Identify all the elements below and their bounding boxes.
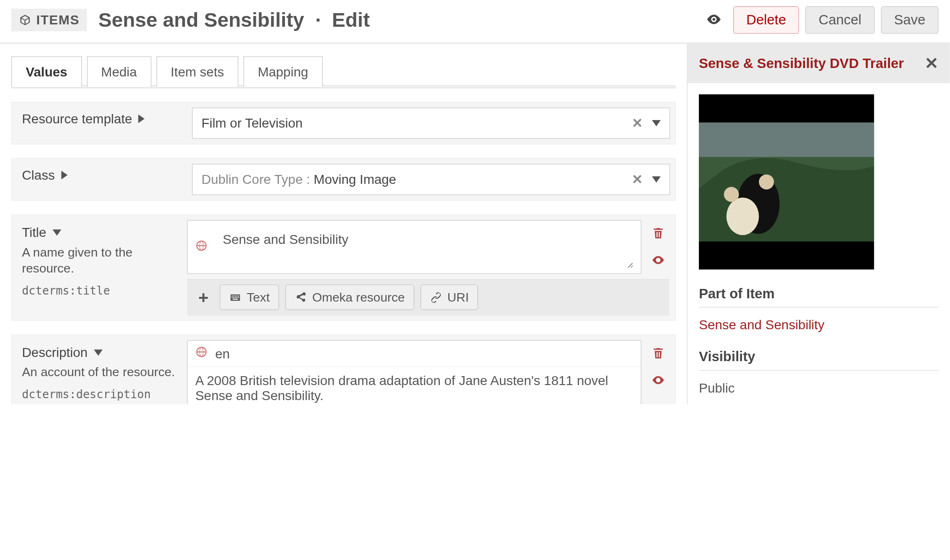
caret-right-icon bbox=[61, 171, 67, 180]
title-value-input[interactable] bbox=[187, 220, 642, 274]
resource-template-value: Film or Television bbox=[201, 116, 303, 131]
part-of-item-label: Part of Item bbox=[699, 286, 939, 308]
description-property: Description An account of the resource. … bbox=[11, 334, 676, 404]
svg-point-5 bbox=[724, 187, 739, 202]
delete-value-icon[interactable] bbox=[651, 346, 665, 363]
value-visibility-icon[interactable] bbox=[651, 373, 665, 390]
caret-right-icon bbox=[138, 114, 145, 123]
title-term: dcterms:title bbox=[22, 284, 177, 297]
class-select[interactable]: Dublin Core Type : Moving Image ✕ bbox=[192, 164, 670, 195]
caret-down-icon[interactable] bbox=[53, 229, 61, 235]
description-textarea[interactable] bbox=[188, 367, 641, 404]
title-property: Title A name given to the resource. dcte… bbox=[11, 214, 676, 321]
description-value-input[interactable]: en bbox=[187, 340, 642, 404]
caret-down-icon[interactable] bbox=[652, 176, 661, 182]
media-thumbnail[interactable] bbox=[699, 94, 874, 269]
thumbnail-image bbox=[699, 94, 874, 269]
description-label: Description bbox=[22, 345, 88, 360]
globe-icon[interactable] bbox=[195, 239, 208, 255]
add-text-label: Text bbox=[247, 290, 270, 305]
header-left: ITEMS Sense and Sensibility · Edit bbox=[11, 8, 370, 31]
eye-icon bbox=[705, 11, 722, 27]
add-value-icon[interactable]: + bbox=[193, 288, 214, 308]
title-label: Title bbox=[22, 225, 46, 240]
resource-template-label: Resource template bbox=[22, 111, 132, 126]
value-visibility-icon[interactable] bbox=[651, 253, 665, 270]
resource-template-select[interactable]: Film or Television ✕ bbox=[192, 107, 670, 139]
header-actions: Delete Cancel Save bbox=[701, 6, 939, 34]
description-lang[interactable]: en bbox=[215, 346, 230, 361]
svg-point-4 bbox=[727, 197, 759, 235]
items-badge-label: ITEMS bbox=[36, 13, 79, 28]
link-icon bbox=[430, 291, 443, 304]
sidebar-title: Sense & Sensibility DVD Trailer bbox=[699, 55, 904, 72]
svg-rect-2 bbox=[699, 122, 874, 157]
title-add-row: + Text Omeka resource URI bbox=[187, 279, 669, 315]
page-header: ITEMS Sense and Sensibility · Edit Delet… bbox=[0, 0, 950, 44]
class-row: Class Dublin Core Type : Moving Image ✕ bbox=[11, 158, 676, 201]
class-prefix: Dublin Core Type : bbox=[201, 172, 310, 187]
visibility-value: Public bbox=[699, 381, 939, 396]
visibility-label: Visibility bbox=[699, 349, 939, 371]
save-button[interactable]: Save bbox=[881, 6, 939, 34]
keyboard-icon bbox=[229, 291, 242, 304]
description-hint: An account of the resource. bbox=[22, 364, 177, 380]
share-icon bbox=[295, 291, 307, 304]
tab-mapping[interactable]: Mapping bbox=[243, 56, 322, 87]
page-title-text: Sense and Sensibility bbox=[99, 8, 305, 31]
tabs: Values Media Item sets Mapping bbox=[11, 55, 676, 88]
tab-values[interactable]: Values bbox=[11, 56, 82, 87]
add-omeka-resource-button[interactable]: Omeka resource bbox=[285, 285, 414, 310]
add-uri-button[interactable]: URI bbox=[421, 285, 478, 310]
caret-down-icon[interactable] bbox=[94, 349, 103, 356]
resource-template-row: Resource template Film or Television ✕ bbox=[11, 102, 676, 144]
class-value: Moving Image bbox=[314, 172, 396, 187]
class-label: Class bbox=[22, 167, 55, 182]
items-badge[interactable]: ITEMS bbox=[11, 9, 87, 31]
caret-down-icon[interactable] bbox=[652, 120, 661, 126]
page-mode: Edit bbox=[332, 8, 370, 31]
main-panel: Values Media Item sets Mapping Resource … bbox=[0, 44, 687, 404]
description-term: dcterms:description bbox=[22, 387, 177, 401]
tab-item-sets[interactable]: Item sets bbox=[156, 56, 238, 87]
clear-class-icon[interactable]: ✕ bbox=[632, 172, 643, 187]
svg-point-6 bbox=[759, 174, 774, 189]
part-of-item-link[interactable]: Sense and Sensibility bbox=[699, 318, 939, 333]
title-separator: · bbox=[315, 8, 321, 31]
visibility-toggle[interactable] bbox=[701, 7, 727, 33]
title-textarea[interactable] bbox=[215, 226, 633, 268]
add-omeka-label: Omeka resource bbox=[312, 290, 405, 305]
title-hint: A name given to the resource. bbox=[22, 244, 177, 276]
sidebar: Sense & Sensibility DVD Trailer ✕ Part o… bbox=[687, 44, 950, 404]
cube-icon bbox=[19, 14, 31, 26]
globe-icon[interactable] bbox=[195, 346, 208, 361]
page-title: Sense and Sensibility · Edit bbox=[99, 8, 370, 31]
close-sidebar-icon[interactable]: ✕ bbox=[925, 54, 938, 73]
cancel-button[interactable]: Cancel bbox=[805, 6, 874, 34]
add-text-button[interactable]: Text bbox=[220, 285, 279, 310]
sidebar-header: Sense & Sensibility DVD Trailer ✕ bbox=[688, 44, 950, 83]
delete-value-icon[interactable] bbox=[651, 227, 665, 243]
tab-media[interactable]: Media bbox=[87, 56, 152, 87]
add-uri-label: URI bbox=[447, 290, 469, 305]
clear-template-icon[interactable]: ✕ bbox=[632, 116, 643, 131]
delete-button[interactable]: Delete bbox=[733, 6, 799, 34]
